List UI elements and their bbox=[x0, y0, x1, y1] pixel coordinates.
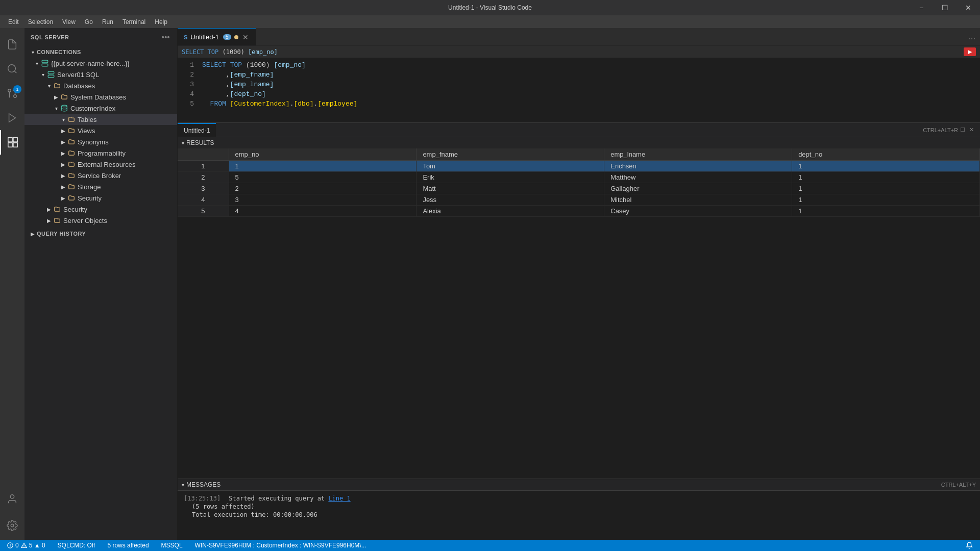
menu-view[interactable]: Go bbox=[81, 17, 97, 27]
tab-label: Untitled-1 bbox=[190, 33, 219, 41]
tree-databases[interactable]: ▾ Databases bbox=[24, 80, 177, 91]
row-num-1: 1 bbox=[178, 161, 229, 172]
minimize-button[interactable]: − bbox=[910, 0, 933, 15]
tree-tables[interactable]: ▾ Tables bbox=[24, 114, 177, 125]
col-header-empfname[interactable]: emp_fname bbox=[416, 148, 604, 161]
tree-security-db[interactable]: ▶ Security bbox=[24, 192, 177, 204]
tree-programmability[interactable]: ▶ Programmability bbox=[24, 147, 177, 159]
row-num-4: 4 bbox=[178, 194, 229, 206]
cell-empno-2: 5 bbox=[229, 172, 416, 183]
sidebar-more-icon[interactable]: ••• bbox=[161, 32, 171, 42]
table-row[interactable]: 2 5 Erik Matthew 1 bbox=[178, 172, 980, 183]
databases-arrow: ▾ bbox=[45, 83, 53, 89]
activity-source-control[interactable]: 1 bbox=[0, 81, 24, 106]
code-area[interactable]: 1 2 3 4 5 SELECT TOP (1000) [emp_no] ,[e… bbox=[178, 58, 980, 122]
menu-go[interactable]: Run bbox=[98, 17, 117, 27]
activity-debug[interactable] bbox=[0, 106, 24, 130]
source-control-badge: 1 bbox=[13, 85, 21, 93]
tree-storage[interactable]: ▶ Storage bbox=[24, 181, 177, 192]
cell-emplname-2: Matthew bbox=[604, 172, 792, 183]
svg-rect-12 bbox=[42, 60, 48, 63]
tree-security-root[interactable]: ▶ Security bbox=[24, 204, 177, 215]
sidebar-header-actions: ••• bbox=[161, 32, 171, 42]
svg-rect-17 bbox=[48, 75, 54, 78]
results-close-icon[interactable]: ✕ bbox=[967, 127, 976, 133]
results-tab-results[interactable]: Untitled-1 bbox=[178, 123, 216, 137]
col-header-empno[interactable]: emp_no bbox=[229, 148, 416, 161]
synonyms-label: Synonyms bbox=[78, 138, 109, 146]
tab-badge: 5 bbox=[223, 34, 231, 40]
menu-file[interactable]: Edit bbox=[4, 17, 23, 27]
results-section-header[interactable]: ▾ RESULTS bbox=[178, 137, 980, 148]
tab-untitled1[interactable]: S Untitled-1 5 ✕ bbox=[178, 28, 256, 45]
svg-rect-6 bbox=[8, 138, 12, 142]
tree-external-resources[interactable]: ▶ External Resources bbox=[24, 159, 177, 170]
results-section: ▾ RESULTS emp_no emp_fname emp_lname bbox=[178, 137, 980, 479]
synonyms-icon bbox=[67, 138, 76, 146]
query-history-arrow: ▶ bbox=[29, 231, 37, 237]
message-text-1: Started executing query at Line 1 bbox=[229, 495, 350, 502]
menu-edit[interactable]: Selection bbox=[24, 17, 57, 27]
mssql-label: MSSQL bbox=[161, 542, 183, 549]
tree-system-databases[interactable]: ▶ System Databases bbox=[24, 91, 177, 103]
messages-header[interactable]: ▾ MESSAGES CTRL+ALT+Y bbox=[178, 479, 980, 491]
customerindex-arrow: ▾ bbox=[52, 106, 60, 111]
results-shortcut-label: CTRL+ALT+R bbox=[923, 127, 958, 133]
line-numbers: 1 2 3 4 5 bbox=[178, 58, 198, 122]
menu-selection[interactable]: View bbox=[58, 17, 80, 27]
tree-server-objects[interactable]: ▶ Server Objects bbox=[24, 215, 177, 226]
activity-search[interactable] bbox=[0, 57, 24, 81]
security-db-arrow: ▶ bbox=[59, 195, 67, 201]
security-root-arrow: ▶ bbox=[45, 207, 53, 212]
menu-run[interactable]: Terminal bbox=[118, 17, 150, 27]
messages-arrow: ▾ bbox=[182, 482, 184, 488]
synonyms-arrow: ▶ bbox=[59, 139, 67, 145]
tree-server-placeholder[interactable]: ▾ {{put-server-name-here...}} bbox=[24, 58, 177, 69]
status-sqlcmd[interactable]: SQLCMD: Off bbox=[55, 540, 99, 551]
tree-views[interactable]: ▶ Views bbox=[24, 125, 177, 136]
results-header-arrow: ▾ bbox=[182, 140, 184, 146]
maximize-button[interactable]: ☐ bbox=[933, 0, 957, 15]
tree-server01sql[interactable]: ▾ Server01 SQL bbox=[24, 69, 177, 80]
results-maximize-icon[interactable]: ☐ bbox=[958, 127, 967, 133]
menu-terminal[interactable]: Help bbox=[151, 17, 172, 27]
col-header-deptno[interactable]: dept_no bbox=[792, 148, 980, 161]
status-notifications[interactable] bbox=[963, 540, 976, 551]
results-table-container[interactable]: emp_no emp_fname emp_lname dept_no 1 1 bbox=[178, 148, 980, 479]
status-errors[interactable]: 0 5 ▲ 0 bbox=[4, 540, 48, 551]
main-container: 1 SQL SERVER ••• ▾ CONNECTIONS bbox=[0, 28, 980, 540]
tab-bar-actions: … bbox=[256, 28, 980, 45]
table-row[interactable]: 5 4 Alexia Casey 1 bbox=[178, 206, 980, 217]
tree-service-broker[interactable]: ▶ Service Broker bbox=[24, 170, 177, 181]
security-root-label: Security bbox=[63, 206, 87, 213]
message-row-2: (5 rows affected) bbox=[184, 503, 974, 510]
status-mssql[interactable]: MSSQL bbox=[158, 540, 186, 551]
customerindex-label: CustomerIndex bbox=[70, 105, 115, 112]
activity-settings[interactable] bbox=[0, 513, 24, 538]
activity-files[interactable] bbox=[0, 32, 24, 57]
tab-split-icon[interactable]: … bbox=[968, 32, 976, 41]
activity-account[interactable] bbox=[0, 487, 24, 511]
connections-section-header[interactable]: ▾ CONNECTIONS bbox=[24, 46, 177, 58]
close-button[interactable]: ✕ bbox=[957, 0, 980, 15]
code-content[interactable]: SELECT TOP (1000) [emp_no] ,[emp_fname] … bbox=[198, 58, 980, 122]
run-button[interactable]: ▶ bbox=[964, 47, 976, 56]
query-history-header[interactable]: ▶ QUERY HISTORY bbox=[24, 228, 177, 239]
line1-link[interactable]: Line 1 bbox=[328, 495, 350, 502]
status-rows-affected[interactable]: 5 rows affected bbox=[104, 540, 152, 551]
activity-extensions[interactable] bbox=[0, 130, 24, 155]
table-row[interactable]: 1 1 Tom Erichsen 1 bbox=[178, 161, 980, 172]
tree-customerindex[interactable]: ▾ CustomerIndex bbox=[24, 103, 177, 114]
col-header-emplname[interactable]: emp_lname bbox=[604, 148, 792, 161]
table-row[interactable]: 4 3 Jess Mitchel 1 bbox=[178, 194, 980, 206]
server01sql-arrow: ▾ bbox=[39, 72, 47, 78]
table-row[interactable]: 3 2 Matt Gallagher 1 bbox=[178, 183, 980, 194]
service-broker-label: Service Broker bbox=[78, 172, 121, 180]
tab-bar: S Untitled-1 5 ✕ … bbox=[178, 28, 980, 46]
status-connection-info[interactable]: WIN-S9VFE996H0M : CustomerIndex : WIN-S9… bbox=[192, 540, 370, 551]
svg-rect-9 bbox=[13, 143, 17, 147]
tab-close-button[interactable]: ✕ bbox=[241, 33, 250, 41]
security-db-icon bbox=[67, 194, 76, 202]
tree-synonyms[interactable]: ▶ Synonyms bbox=[24, 136, 177, 147]
svg-rect-13 bbox=[42, 64, 48, 66]
